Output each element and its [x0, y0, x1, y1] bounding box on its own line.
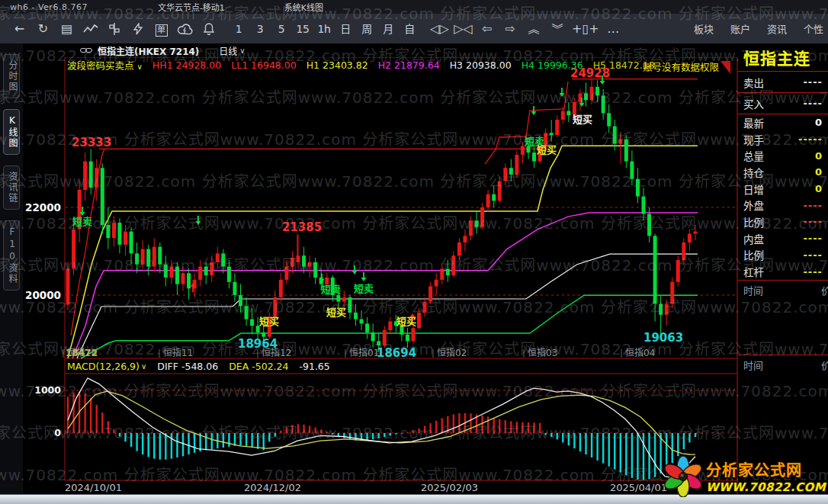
quote-row-比例: 比例----: [738, 247, 828, 264]
left-tab-K线图[interactable]: K线图: [3, 109, 20, 155]
svg-text:2024/12/02: 2024/12/02: [244, 482, 301, 493]
tick-table-header-2: 时间价: [738, 355, 828, 374]
macd-diff-value: DIFF -548.06: [157, 361, 218, 372]
tick-table-2[interactable]: [738, 374, 828, 445]
period-dropdown-icon[interactable]: ∨: [239, 47, 245, 55]
data-permission-notice: 账号没有数据权限: [643, 59, 730, 74]
quote-row-日增: 日增0: [738, 181, 828, 197]
tick-table-header-1: 时间价: [738, 281, 828, 300]
svg-text:短卖: 短卖: [354, 283, 374, 294]
indicator-value-H3: H3 20938.00: [450, 59, 512, 71]
down-arrow-icon: [196, 221, 201, 225]
svg-text:0: 0: [54, 427, 61, 438]
indicator-value-LL1: LL1 16948.00: [231, 59, 297, 71]
indicator-name[interactable]: 波段密码买卖点 ∨: [67, 58, 143, 72]
link-icon: [80, 47, 92, 54]
quote-row-内盘: 内盘----: [738, 230, 828, 247]
svg-text:短买: 短买: [396, 316, 416, 327]
site-url: WWW.70822.COM: [706, 480, 826, 494]
down-arrow-icon: [600, 81, 605, 85]
indicator-lines: [68, 79, 698, 358]
svg-text:短卖: 短卖: [321, 284, 341, 295]
svg-text:2024/10/01: 2024/10/01: [65, 482, 122, 493]
macd-dropdown-icon[interactable]: ∨: [141, 362, 146, 371]
left-tab-F10资料[interactable]: F10资料: [3, 220, 20, 291]
date-axis: 2024/10/012024/12/022025/02/032025/04/01: [65, 482, 667, 493]
symbol-name[interactable]: 恒指主连(HKEX 7214): [98, 44, 199, 57]
period-selector[interactable]: 日线: [219, 44, 237, 57]
line-H1-stop: [68, 146, 698, 358]
svg-text:短买: 短买: [573, 114, 592, 125]
macd-dea-value: DEA -502.24: [229, 361, 288, 372]
quote-symbol-title[interactable]: 恒指主连: [738, 43, 828, 72]
svg-text:22000: 22000: [25, 201, 61, 213]
macd-dea-line: [68, 391, 695, 454]
site-name: 分析家公式网: [706, 458, 826, 480]
quote-row-最新: 最新0: [738, 114, 828, 131]
svg-text:18694: 18694: [377, 346, 416, 360]
candlesticks: [66, 79, 698, 352]
down-arrow-icon: [352, 271, 358, 274]
svg-text:恒指11: 恒指11: [163, 347, 193, 358]
indicator-value-HH1: HH1 24928.00: [152, 59, 221, 71]
trade-arrows: [80, 75, 605, 323]
quote-row-卖出: 卖出----: [738, 72, 828, 93]
svg-text:恒指03: 恒指03: [528, 347, 557, 358]
indicator-value-H2: H2 21879.64: [378, 59, 440, 71]
indicator-value-H1: H1 23403.82: [306, 59, 368, 71]
svg-text:23333: 23333: [72, 136, 111, 149]
left-tab-strip: 分时图K线图资讯链F10资料: [0, 43, 23, 494]
kline-macd-chart[interactable]: 2200020000233332138524928189641869419063…: [0, 0, 828, 504]
svg-text:恒指04: 恒指04: [625, 347, 655, 358]
svg-text:2025/02/03: 2025/02/03: [421, 482, 478, 493]
svg-text:恒指02: 恒指02: [437, 347, 467, 358]
flower-logo-icon: [663, 454, 704, 497]
left-tab-分时图[interactable]: 分时图: [3, 54, 20, 98]
indicator-dropdown-icon[interactable]: ∨: [137, 63, 143, 71]
down-arrow-icon: [560, 93, 565, 97]
svg-text:短卖: 短卖: [72, 216, 92, 227]
svg-text:短买: 短买: [326, 307, 346, 318]
svg-text:20000: 20000: [25, 289, 61, 301]
svg-text:21385: 21385: [282, 220, 322, 234]
svg-text:恒指10: 恒指10: [67, 347, 97, 358]
macd-header: MACD(12,26,9)∨ DIFF -548.06 DEA -502.24 …: [67, 360, 330, 372]
left-tab-资讯链[interactable]: 资讯链: [3, 165, 20, 210]
tick-table-1[interactable]: [738, 300, 828, 355]
site-logo: 分析家公式网 WWW.70822.COM: [663, 454, 826, 497]
indicator-value-H4: H4 19996.36: [522, 59, 583, 71]
notice-flag-icon: [720, 61, 730, 74]
quote-panel: 恒指主连 卖出----买入----最新0现手-----总量0持仓0日增0外盘--…: [738, 43, 828, 494]
quote-row-外盘: 外盘----: [738, 197, 828, 213]
svg-text:1000: 1000: [34, 384, 61, 396]
down-arrow-icon: [361, 278, 367, 281]
macd-panel: 10000: [34, 378, 737, 480]
macd-indicator-name[interactable]: MACD(12,26,9): [67, 361, 140, 372]
svg-text:2025/04/01: 2025/04/01: [610, 482, 667, 493]
macd-diff-line: [68, 378, 695, 478]
quote-row-持仓: 持仓0: [738, 164, 828, 181]
svg-text:恒指01: 恒指01: [349, 347, 379, 358]
svg-text:短买: 短买: [537, 144, 557, 156]
quote-row-杠杆: 杠杆----: [738, 263, 828, 280]
quote-row-比例: 比例----: [738, 213, 828, 230]
line-trail-1: [71, 149, 104, 335]
symbol-bar: 恒指主连(HKEX 7214) 日线 ∨: [23, 43, 738, 57]
svg-text:短买: 短买: [259, 316, 279, 327]
svg-text:19063: 19063: [643, 331, 683, 345]
quote-row-现手: 现手-----: [738, 131, 828, 148]
down-arrow-icon: [531, 111, 537, 115]
quote-row-买入: 买入----: [738, 93, 828, 114]
macd-bar-value: -91.65: [299, 361, 329, 372]
contract-axis: 恒指10恒指11恒指12恒指01恒指02恒指03恒指04: [63, 347, 655, 358]
indicator-header: 波段密码买卖点 ∨ HH1 24928.00LL1 16948.00H1 234…: [67, 59, 655, 71]
svg-text:恒指12: 恒指12: [262, 347, 291, 358]
quote-row-总量: 总量0: [738, 147, 828, 164]
